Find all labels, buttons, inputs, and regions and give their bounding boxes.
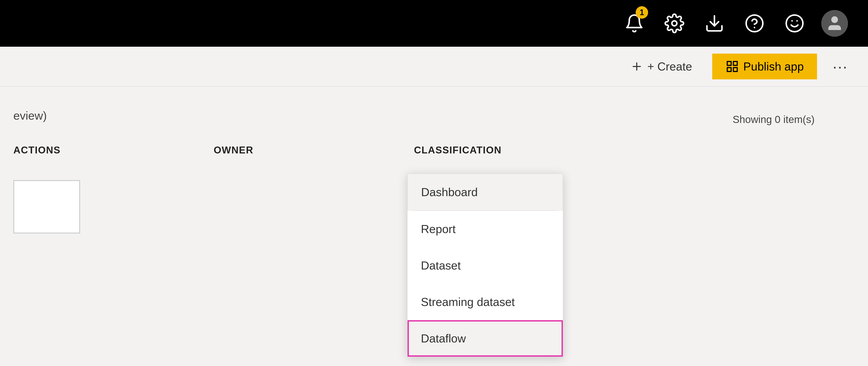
create-button[interactable]: + Create xyxy=(619,54,703,79)
publish-app-button[interactable]: Publish app xyxy=(712,54,817,79)
dropdown-item-report-label: Report xyxy=(421,223,456,235)
create-dropdown-menu: Dashboard Report Dataset Streaming datas… xyxy=(407,173,563,357)
more-label: ··· xyxy=(833,58,848,75)
avatar-button[interactable] xyxy=(814,0,855,47)
column-header-owner: OWNER xyxy=(214,144,347,156)
create-label: + Create xyxy=(647,60,692,73)
dropdown-item-dataflow[interactable]: Dataflow xyxy=(407,320,563,357)
svg-rect-10 xyxy=(727,62,731,66)
dropdown-item-dataset-label: Dataset xyxy=(421,259,461,272)
avatar xyxy=(821,10,848,37)
toolbar-bar: + Create Publish app ··· xyxy=(0,47,868,87)
svg-point-4 xyxy=(786,15,803,32)
svg-rect-11 xyxy=(733,62,737,66)
dropdown-item-dashboard[interactable]: Dashboard xyxy=(407,174,563,210)
help-button[interactable] xyxy=(735,0,775,47)
publish-label: Publish app xyxy=(743,60,804,73)
feedback-button[interactable] xyxy=(775,0,814,47)
notifications-button[interactable]: 1 xyxy=(614,0,654,47)
dropdown-item-dashboard-label: Dashboard xyxy=(421,186,477,199)
dropdown-item-streaming-dataset[interactable]: Streaming dataset xyxy=(407,284,563,320)
svg-point-7 xyxy=(832,17,838,23)
showing-items: Showing 0 item(s) xyxy=(733,113,814,125)
svg-point-2 xyxy=(746,15,763,32)
dropdown-item-report[interactable]: Report xyxy=(407,211,563,247)
empty-item-placeholder xyxy=(13,180,80,233)
more-options-button[interactable]: ··· xyxy=(826,53,855,79)
dropdown-item-dataflow-label: Dataflow xyxy=(421,332,466,345)
workspace-label: eview) xyxy=(13,109,47,122)
download-button[interactable] xyxy=(694,0,735,47)
svg-point-0 xyxy=(672,21,677,26)
settings-button[interactable] xyxy=(654,0,694,47)
column-header-classification: CLASSIFICATION xyxy=(414,144,570,156)
table-headers: ACTIONS OWNER CLASSIFICATION xyxy=(0,144,868,156)
main-content: eview) Showing 0 item(s) ACTIONS OWNER C… xyxy=(0,87,868,366)
dropdown-item-dataset[interactable]: Dataset xyxy=(407,247,563,284)
column-header-actions: ACTIONS xyxy=(13,144,147,156)
svg-rect-12 xyxy=(727,68,731,72)
header-bar: 1 xyxy=(0,0,868,47)
notification-badge: 1 xyxy=(636,6,648,19)
dropdown-item-streaming-dataset-label: Streaming dataset xyxy=(421,296,515,308)
svg-rect-13 xyxy=(733,68,737,72)
